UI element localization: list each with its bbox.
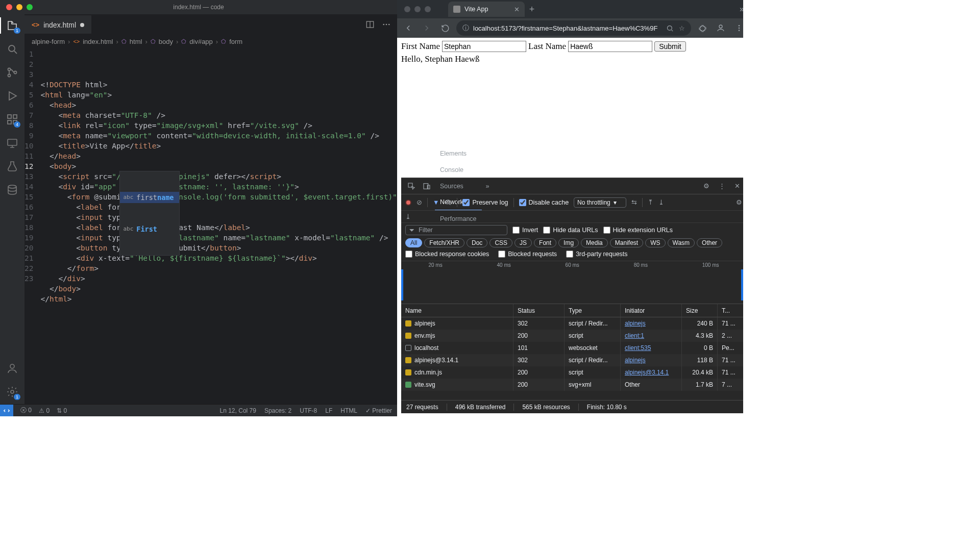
blocked-requests-checkbox[interactable]: Blocked requests	[498, 251, 557, 258]
column-header[interactable]: Initiator	[621, 304, 682, 317]
devtools-tab-console[interactable]: Console	[435, 162, 482, 178]
zoom-window-icon[interactable]	[425, 6, 431, 12]
database-icon[interactable]	[5, 183, 19, 197]
devtools-menu-icon[interactable]: ⋮	[716, 182, 728, 190]
type-pill-fetchxhr[interactable]: Fetch/XHR	[424, 238, 464, 247]
network-settings-icon[interactable]: ⚙	[736, 198, 742, 206]
cell-initiator[interactable]: client:1	[621, 330, 682, 342]
close-window-icon[interactable]	[404, 6, 410, 12]
network-conditions-icon[interactable]: ⇆	[631, 198, 637, 206]
breadcrumb-item[interactable]: html	[130, 38, 142, 45]
type-pill-ws[interactable]: WS	[645, 238, 665, 247]
third-party-checkbox[interactable]: 3rd-party requests	[566, 251, 627, 258]
export-har-icon[interactable]: ⤓	[658, 198, 664, 206]
explorer-icon[interactable]: 1	[5, 18, 19, 33]
site-info-icon[interactable]: ⓘ	[462, 23, 469, 33]
device-toolbar-icon[interactable]	[420, 182, 434, 190]
breadcrumb-item[interactable]: index.html	[83, 38, 113, 45]
table-row[interactable]: alpinejs@3.14.1302script / Redir...alpin…	[401, 354, 743, 366]
cursor-position[interactable]: Ln 12, Col 79	[220, 407, 256, 414]
clear-button[interactable]: ⊘	[416, 198, 422, 206]
encoding[interactable]: UTF-8	[300, 407, 317, 414]
extensions-icon[interactable]: 4	[5, 112, 19, 127]
throttling-select[interactable]: No throttling ▾	[574, 197, 626, 208]
more-tabs-icon[interactable]: »	[483, 183, 493, 190]
preserve-log-checkbox[interactable]: Preserve log	[462, 199, 508, 206]
extensions-puzzle-icon[interactable]	[695, 21, 709, 35]
new-tab-button[interactable]: +	[525, 4, 539, 15]
code-editor[interactable]: 1234567891011121314151617181920212223 ab…	[24, 48, 397, 404]
network-timeline[interactable]: 20 ms40 ms60 ms80 ms100 ms	[401, 261, 743, 304]
indentation[interactable]: Spaces: 2	[264, 407, 291, 414]
expand-tabs-icon[interactable]: »	[740, 5, 743, 14]
language-mode[interactable]: HTML	[340, 407, 357, 414]
devtools-close-icon[interactable]: ✕	[731, 182, 743, 190]
table-row[interactable]: env.mjs200scriptclient:14.3 kB2 ...	[401, 330, 743, 342]
column-header[interactable]: Name	[401, 304, 513, 317]
browser-tab[interactable]: Vite App ✕	[448, 2, 525, 17]
breadcrumb-item[interactable]: div#app	[189, 38, 213, 45]
table-row[interactable]: vite.svg200svg+xmlOther1.7 kB7 ...	[401, 379, 743, 391]
devtools-tab-sources[interactable]: Sources	[435, 178, 482, 194]
bookmark-icon[interactable]: ☆	[679, 24, 685, 32]
ports-count[interactable]: ⇅ 0	[57, 407, 67, 414]
type-pill-manifest[interactable]: Manifest	[610, 238, 643, 247]
cell-initiator[interactable]: client:535	[621, 342, 682, 354]
editor-tab[interactable]: <> index.html	[24, 15, 91, 34]
hide-data-urls-checkbox[interactable]: Hide data URLs	[543, 227, 598, 234]
filter-toggle-icon[interactable]: ▼	[433, 199, 439, 206]
suggest-item[interactable]: abcFirst	[120, 223, 179, 235]
reload-button[interactable]	[438, 21, 452, 35]
remote-indicator-icon[interactable]	[0, 405, 13, 417]
type-pill-doc[interactable]: Doc	[467, 238, 487, 247]
close-tab-icon[interactable]: ✕	[514, 6, 520, 13]
code-content[interactable]: abcfirstname abcFirst <!DOCTYPE html><ht…	[40, 48, 397, 404]
cell-initiator[interactable]: alpinejs	[621, 317, 682, 330]
eol[interactable]: LF	[325, 407, 332, 414]
download-icon[interactable]: ⤓	[405, 213, 411, 220]
split-editor-icon[interactable]	[365, 20, 375, 29]
hide-extension-urls-checkbox[interactable]: Hide extension URLs	[603, 227, 673, 234]
search-icon[interactable]	[5, 42, 19, 56]
cell-initiator[interactable]: alpinejs	[621, 354, 682, 366]
remote-explorer-icon[interactable]	[5, 136, 19, 150]
breadcrumb-item[interactable]: form	[229, 38, 242, 45]
testing-icon[interactable]	[5, 159, 19, 173]
import-har-icon[interactable]: ⤒	[648, 198, 653, 206]
devtools-tab-elements[interactable]: Elements	[435, 145, 482, 162]
search-icon[interactable]	[444, 198, 452, 206]
type-pill-media[interactable]: Media	[581, 238, 608, 247]
column-header[interactable]: T...	[718, 304, 743, 317]
submit-button[interactable]: Submit	[654, 41, 686, 52]
intellisense-popup[interactable]: abcfirstname abcFirst	[119, 171, 179, 256]
column-header[interactable]: Type	[565, 304, 621, 317]
suggest-item[interactable]: abcfirstname	[120, 192, 179, 203]
run-debug-icon[interactable]	[5, 89, 19, 103]
forward-button[interactable]	[420, 21, 434, 35]
type-pill-font[interactable]: Font	[534, 238, 556, 247]
breadcrumb-item[interactable]: alpine-form	[32, 38, 65, 45]
cell-initiator[interactable]: alpinejs@3.14.1	[621, 366, 682, 379]
breadcrumb-item[interactable]: body	[159, 38, 173, 45]
source-control-icon[interactable]	[5, 65, 19, 80]
inspect-element-icon[interactable]	[404, 182, 419, 190]
table-row[interactable]: cdn.min.js200scriptalpinejs@3.14.120.4 k…	[401, 366, 743, 379]
profile-icon[interactable]	[714, 21, 728, 35]
errors-count[interactable]: ⓧ 0	[20, 406, 32, 415]
back-button[interactable]	[401, 21, 415, 35]
type-pill-js[interactable]: JS	[514, 238, 532, 247]
filter-input[interactable]: ⏷Filter	[405, 225, 507, 235]
first-name-input[interactable]	[442, 41, 526, 52]
address-bar[interactable]: ⓘ localhost:5173/?firstname=Stephan&last…	[456, 20, 691, 36]
type-pill-other[interactable]: Other	[697, 238, 722, 247]
breadcrumbs[interactable]: alpine-form› <>index.html› ⬠html› ⬠body›…	[24, 35, 397, 48]
warnings-count[interactable]: ⚠ 0	[39, 407, 50, 414]
invert-checkbox[interactable]: Invert	[512, 227, 538, 234]
chrome-menu-icon[interactable]	[732, 21, 743, 35]
settings-gear-icon[interactable]: 1	[5, 385, 19, 399]
column-header[interactable]: Status	[513, 304, 565, 317]
record-button[interactable]	[405, 199, 411, 206]
type-pill-img[interactable]: Img	[558, 238, 579, 247]
column-header[interactable]: Size	[682, 304, 718, 317]
type-pill-css[interactable]: CSS	[489, 238, 512, 247]
